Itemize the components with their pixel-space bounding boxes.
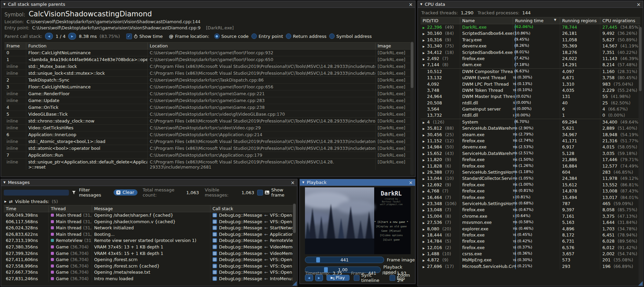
- radio-return-address[interactable]: [286, 33, 291, 39]
- message-callstack[interactable]: DebugLog::Message←VFS::Open: [210, 219, 294, 225]
- expander-icon[interactable]: ▶: [423, 132, 427, 138]
- frame-table-row[interactable]: inlineVideo::GetTicksHiResC:\Users\wolf\…: [4, 125, 412, 131]
- cpu-row[interactable]: ▶11,152 (12)firefox.exe632.15 ms (2.74%)…: [421, 138, 640, 144]
- expander-icon[interactable]: ▶: [423, 31, 427, 37]
- radio-symbol-address[interactable]: [329, 33, 335, 39]
- expander-icon[interactable]: ▶: [423, 170, 427, 175]
- col-location[interactable]: Location: [148, 43, 376, 49]
- collapse-icon[interactable]: ▼: [3, 3, 5, 6]
- cpu-row[interactable]: 13,732ntdll.dll5.84 us (0.00%)10 (0.00%): [421, 112, 640, 118]
- message-callstack[interactable]: DebugLog::Message←IntroMenu::: [210, 276, 294, 282]
- expander-icon[interactable]: ▶: [423, 195, 427, 201]
- message-callstack[interactable]: DebugLog::Message←VFS::Open: [210, 269, 294, 276]
- expander-icon[interactable]: ▶: [423, 126, 427, 131]
- col-message[interactable]: Message: [92, 205, 210, 212]
- filter-input[interactable]: [4, 190, 69, 196]
- cpu-row[interactable]: ▶2,492 (7)firefox.exe1.71 s (7.42%)24,02…: [421, 56, 640, 62]
- messages-table-header[interactable]: Time Thread Message Call stack: [4, 205, 294, 212]
- col-function[interactable]: Function: [26, 43, 148, 49]
- cpu-row[interactable]: ▶15,004 (8)chrome.exe147 ms (0.64%)7,161…: [421, 213, 640, 219]
- expander-icon[interactable]: ▶: [423, 151, 427, 157]
- frame-table-row[interactable]: inlinestd::unique_ptr<Application,std::d…: [4, 159, 412, 170]
- radio-source-code[interactable]: [214, 33, 220, 39]
- clear-button[interactable]: × Clear: [114, 189, 137, 196]
- col-running-time[interactable]: Running time▼: [513, 17, 560, 24]
- cpu-row[interactable]: 13,132uDWM Event Thread68.29 ms (0.30%)4…: [421, 75, 640, 81]
- frame-table-row[interactable]: 7Application::RunC:\Users\wolf\Desktop\d…: [4, 152, 412, 159]
- expander-icon[interactable]: ▶: [423, 227, 427, 232]
- expand-icon[interactable]: ▶: [4, 200, 6, 203]
- frame-table-row[interactable]: 0Floor::CalcLightNoLuminanceC:\Users\wol…: [4, 49, 412, 56]
- message-row[interactable]: 627,411,606nsGame(36,704)Opening /forest…: [4, 257, 294, 263]
- expander-icon[interactable]: ▶: [423, 50, 427, 56]
- cpu-row[interactable]: ▶11,828 (6)firefox.exe291.26 ms (1.26%)1…: [421, 163, 640, 169]
- resize-grip[interactable]: [292, 281, 297, 286]
- message-callstack[interactable]: DebugLog::Message←StartNetwo: [210, 225, 294, 231]
- cpu-row[interactable]: ▶12,016 (2)firefox.exe84.89 ms (0.37%)6,…: [421, 245, 640, 251]
- expander-icon[interactable]: ▶: [423, 25, 427, 30]
- frame-table-row[interactable]: inlinestd::atomic<bool>::operator boolC:…: [4, 145, 412, 152]
- resize-grip[interactable]: [638, 281, 643, 286]
- message-row[interactable]: 627,667,736nsGame(36,704)Opening /meta/r…: [4, 269, 294, 276]
- cpu-row[interactable]: ▶15,652 (43)ServiceHub.DataWarehouse580.…: [421, 150, 640, 157]
- cpu-row[interactable]: ▶34,412 (18)ScriptedSandbox64.exe1.85 s …: [421, 49, 640, 56]
- next-call-stack-button[interactable]: ▶: [68, 33, 76, 40]
- cpu-row[interactable]: ▶30,160 (84)ScriptedSandbox64.exe2.51 s …: [421, 30, 640, 37]
- messages-panel-titlebar[interactable]: ▼ Messages ×: [1, 179, 297, 186]
- cpu-row[interactable]: ▶16,464 (7)firefox.exe187 ms (0.81%)15,4…: [421, 195, 640, 201]
- expander-icon[interactable]: ▶: [423, 207, 427, 213]
- cpu-row[interactable]: ▶4,768 (7)firefox.exe187.54 ms (0.81%)14…: [421, 188, 640, 194]
- collapse-icon[interactable]: ▼: [302, 181, 304, 184]
- cpu-row[interactable]: ▶35,812 (88)ServiceHub.DataWarehouse670.…: [421, 125, 640, 131]
- expander-icon[interactable]: ▶: [423, 189, 427, 194]
- expander-icon[interactable]: ▶: [423, 220, 427, 226]
- cpu-row[interactable]: ▶11,820 (9)firefox.exe346.58 ms (1.50%)2…: [421, 157, 640, 163]
- expander-icon[interactable]: ▶: [423, 164, 427, 169]
- cpu-row[interactable]: ▶4 (126)System1.55 s (6.70%)69,29434,400…: [421, 119, 640, 125]
- playback-panel-titlebar[interactable]: ▼ Playback ×: [300, 179, 415, 186]
- close-icon[interactable]: ×: [409, 2, 413, 7]
- cpu-row[interactable]: 10,512DWM Compositor Thread1.53 s (6.63%…: [421, 68, 640, 75]
- cpu-scrollbar[interactable]: [639, 26, 642, 284]
- cpu-row[interactable]: ▶22,396 (49)DarkRL.exe14.33 s (62.06%)78…: [421, 24, 640, 30]
- col-thread[interactable]: Thread: [49, 205, 92, 212]
- expander-icon[interactable]: ▶: [423, 157, 427, 163]
- cpu-row[interactable]: ▶31,340 (75)devenv.exe1.91 s (8.26%)35,3…: [421, 43, 640, 49]
- cpu-row[interactable]: ▶4,872 (9)MsMpEng.exe70.22 ms (0.30%)573…: [421, 257, 640, 263]
- cpu-row[interactable]: ▶18,444 (6)firefox.exe104.2 ms (0.45%)8,…: [421, 232, 640, 238]
- message-callstack[interactable]: DebugLog::Message←VFS::Open: [210, 212, 294, 219]
- frame-table-row[interactable]: 6Application::InnerLoopC:\Users\wolf\Des…: [4, 131, 412, 138]
- close-icon[interactable]: ×: [409, 180, 413, 185]
- cpu-row[interactable]: ▶8,080 (20)explorer.exe105.66 ms (0.46%)…: [421, 226, 640, 232]
- cpu-row[interactable]: 24,964DWM Master Input Thread5.03 ms (0.…: [421, 94, 640, 100]
- expander-icon[interactable]: ▶: [423, 56, 427, 62]
- frame-table-scrollbar[interactable]: [410, 41, 414, 175]
- cpu-row[interactable]: ▶12,692 (9)firefox.exe231.76 ms (1.00%)1…: [421, 182, 640, 188]
- expander-icon[interactable]: ▶: [423, 214, 427, 219]
- frame-table-row[interactable]: inlinestd::chrono::steady_clock::nowC:\P…: [4, 118, 412, 125]
- message-row[interactable]: 626,024,328nsMain thread(31,596)Network …: [4, 225, 294, 231]
- expander-icon[interactable]: ▶: [423, 201, 427, 207]
- expander-icon[interactable]: ▶: [423, 176, 427, 182]
- messages-scrollbar[interactable]: [293, 203, 296, 285]
- message-row[interactable]: 606,117,568nsMain thread(31,596)Opening …: [4, 219, 294, 225]
- message-row[interactable]: 627,399,326nsGame(36,704)VRAM 43x45: 15 …: [4, 250, 294, 257]
- collapse-icon[interactable]: ▼: [3, 181, 5, 184]
- cpu-row[interactable]: ▶29,388 (77)ServiceHub.SettingsHost273.1…: [421, 169, 640, 175]
- frame-table-row[interactable]: inlineGame::UpdateC:\Users\wolf\Desktop\…: [4, 97, 412, 104]
- show-frame-checkbox[interactable]: [257, 190, 263, 196]
- frame-table-row[interactable]: inlinestd::_Atomic_storage<bool,1>::load…: [4, 138, 412, 145]
- expander-icon[interactable]: ▶: [423, 258, 427, 263]
- collapse-icon[interactable]: ▼: [420, 3, 422, 6]
- close-icon[interactable]: ×: [636, 2, 641, 7]
- cpu-table-header[interactable]: PID/TID Name Running time▼ Running regio…: [421, 17, 640, 24]
- col-frame[interactable]: Frame: [4, 43, 26, 49]
- frame-table-row[interactable]: 5VideoGLBase::TickC:\Users\wolf\Desktop\…: [4, 111, 412, 118]
- cpu-row[interactable]: ▼7,144 (8)dwm.exe1.66 s (7.18%)14,2918,2…: [421, 62, 640, 68]
- message-callstack[interactable]: DebugLog::Message←Application:: [210, 231, 294, 238]
- prev-call-stack-button[interactable]: ◀: [45, 33, 53, 40]
- message-row[interactable]: 627,831,246nsGame(36,704)Intro menu load…: [4, 276, 294, 282]
- cpu-row[interactable]: ▶23,348 (106)ServiceHub.SettingsHost158.…: [421, 201, 640, 207]
- col-cpu-migrations[interactable]: CPU migrations: [600, 17, 640, 24]
- frame-table-row[interactable]: 2TaskDispatch::SyncC:\Users\wolf\Desktop…: [4, 77, 412, 84]
